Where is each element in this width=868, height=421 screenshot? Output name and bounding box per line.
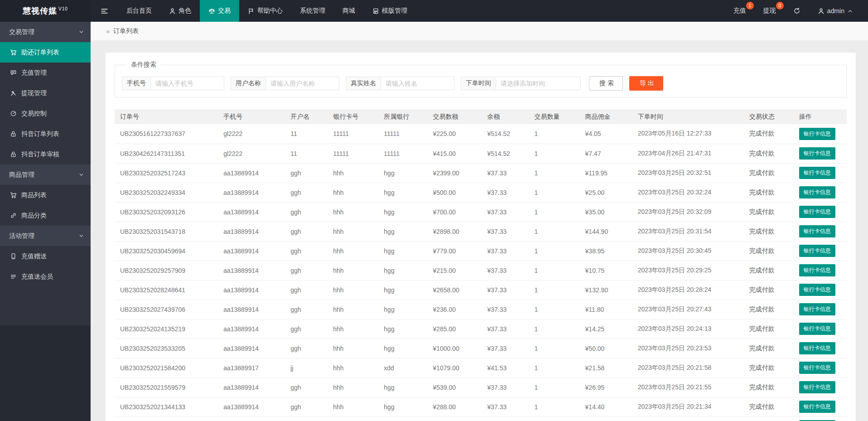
nav-item-2[interactable]: 角色 bbox=[160, 0, 200, 22]
data-cell: 1 bbox=[530, 377, 581, 397]
refresh-button[interactable] bbox=[785, 0, 809, 22]
data-cell: ¥37.33 bbox=[482, 163, 530, 183]
data-cell: 11111 bbox=[328, 124, 379, 144]
realname-input[interactable] bbox=[381, 77, 454, 90]
sidebar-item-交易控制[interactable]: 交易控制 bbox=[0, 103, 91, 124]
nav-right: 充值1提现0admin bbox=[725, 0, 868, 22]
data-cell: ¥10.75 bbox=[581, 261, 633, 280]
data-cell: aa13889914 bbox=[219, 163, 286, 183]
comment-icon bbox=[10, 69, 17, 76]
status-cell: 完成付款 bbox=[745, 144, 795, 163]
table-row: UB2303252021584200aa13889917jjhhhxdd¥107… bbox=[115, 358, 847, 377]
nav-item-6[interactable]: 商城 bbox=[334, 0, 364, 22]
phone-input[interactable] bbox=[150, 77, 224, 90]
data-cell: gl2222 bbox=[219, 124, 286, 144]
sidebar-item-助还订单列表[interactable]: 助还订单列表 bbox=[0, 42, 91, 63]
breadcrumb-icon: » bbox=[106, 27, 110, 35]
data-cell: ¥514.52 bbox=[482, 124, 530, 144]
data-cell: ggh bbox=[286, 397, 328, 416]
nav-item-5[interactable]: 系统管理 bbox=[291, 0, 334, 22]
sidebar-collapse-icon[interactable] bbox=[91, 0, 118, 22]
bank-info-button[interactable]: 银行卡信息 bbox=[799, 323, 835, 335]
bank-info-button[interactable]: 银行卡信息 bbox=[799, 342, 835, 354]
bank-info-button[interactable]: 银行卡信息 bbox=[799, 147, 835, 160]
bank-info-button[interactable]: 银行卡信息 bbox=[799, 167, 835, 179]
breadcrumb: » 订单列表 bbox=[91, 22, 868, 41]
sidebar-group-商品管理[interactable]: 商品管理 bbox=[0, 165, 91, 185]
main-content: » 订单列表 条件搜索 手机号用户名称真实姓名下单时间 搜索 导出 订单号手机号… bbox=[91, 22, 868, 421]
username-input[interactable] bbox=[265, 77, 339, 90]
column-header: 商品佣金 bbox=[581, 109, 633, 124]
data-cell: 2023年03月25日 20:31:54 bbox=[633, 222, 745, 241]
data-cell: ¥35.00 bbox=[581, 202, 633, 222]
export-button[interactable]: 导出 bbox=[629, 76, 663, 91]
data-cell: hgg bbox=[379, 397, 428, 416]
column-header: 手机号 bbox=[219, 109, 286, 124]
sidebar-item-充值送会员[interactable]: 充值送会员 bbox=[0, 266, 91, 287]
user-menu[interactable]: admin bbox=[809, 0, 862, 22]
rows-icon bbox=[10, 273, 17, 280]
chevron-down-icon bbox=[78, 172, 84, 178]
status-cell: 完成付款 bbox=[745, 241, 795, 261]
bank-info-button[interactable]: 银行卡信息 bbox=[799, 303, 835, 315]
data-cell: 2023年03月25日 20:28:24 bbox=[633, 280, 745, 300]
bank-info-button[interactable]: 银行卡信息 bbox=[799, 264, 835, 276]
data-cell: UB2303252027439706 bbox=[115, 300, 219, 319]
sidebar-item-商品分类[interactable]: 商品分类 bbox=[0, 205, 91, 226]
sidebar-group-交易管理[interactable]: 交易管理 bbox=[0, 22, 91, 42]
nav-shortcut-2[interactable]: 提现0 bbox=[755, 0, 785, 22]
chevron-down-icon bbox=[78, 233, 84, 239]
data-cell: ¥50.00 bbox=[581, 339, 633, 358]
status-cell: 完成付款 bbox=[745, 183, 795, 202]
bank-info-button[interactable]: 银行卡信息 bbox=[799, 362, 835, 374]
search-button[interactable]: 搜索 bbox=[589, 76, 623, 91]
bank-info-button[interactable]: 银行卡信息 bbox=[799, 128, 835, 140]
data-cell: aa13889914 bbox=[219, 300, 286, 319]
nav-item-3[interactable]: 交易 bbox=[200, 0, 239, 22]
status-cell: 完成付款 bbox=[745, 358, 795, 377]
sidebar-item-充值管理[interactable]: 充值管理 bbox=[0, 63, 91, 83]
nav-item-label: 商城 bbox=[342, 7, 355, 15]
sidebar-label: 充值管理 bbox=[21, 69, 47, 77]
data-cell: UB2303252028248641 bbox=[115, 280, 219, 300]
data-cell: 1 bbox=[530, 202, 581, 222]
data-cell: ¥37.33 bbox=[482, 339, 530, 358]
action-cell: 银行卡信息 bbox=[795, 144, 847, 163]
data-cell: UB2303252031543718 bbox=[115, 222, 219, 241]
data-cell: ¥500.00 bbox=[428, 183, 482, 202]
sidebar-item-充值赠送[interactable]: 充值赠送 bbox=[0, 246, 91, 266]
bank-info-button[interactable]: 银行卡信息 bbox=[799, 245, 835, 257]
data-cell: ¥285.00 bbox=[428, 319, 482, 339]
nav-item-4[interactable]: 帮助中心 bbox=[239, 0, 291, 22]
data-cell: ¥37.33 bbox=[482, 241, 530, 261]
brand-logo[interactable]: 慧视传媒 V10 bbox=[0, 0, 91, 22]
data-cell: UB2303252023533205 bbox=[115, 339, 219, 358]
orders-table: 订单号手机号开户名银行卡号所属银行交易数额余额交易数量商品佣金下单时间交易状态操… bbox=[115, 109, 847, 421]
data-cell: ¥688.00 bbox=[428, 416, 482, 421]
bank-info-button[interactable]: 银行卡信息 bbox=[799, 225, 835, 237]
bank-info-button[interactable]: 银行卡信息 bbox=[799, 186, 835, 198]
phone-icon bbox=[10, 253, 17, 260]
nav-item-7[interactable]: 模版管理 bbox=[364, 0, 416, 22]
data-cell: UB2303252032249334 bbox=[115, 183, 219, 202]
sidebar-item-商品列表[interactable]: 商品列表 bbox=[0, 185, 91, 205]
sidebar-item-抖音订单列表[interactable]: 抖音订单列表 bbox=[0, 124, 91, 144]
sidebar-item-抖音订单审核[interactable]: 抖音订单审核 bbox=[0, 144, 91, 165]
sidebar-item-提现管理[interactable]: 提现管理 bbox=[0, 83, 91, 103]
bank-info-button[interactable]: 银行卡信息 bbox=[799, 284, 835, 296]
data-cell: ggh bbox=[286, 163, 328, 183]
nav-item-1[interactable]: 后台首页 bbox=[118, 0, 160, 22]
data-cell: hgg bbox=[379, 300, 428, 319]
data-cell: 2023年03月25日 20:24:13 bbox=[633, 319, 745, 339]
status-cell: 完成付款 bbox=[745, 300, 795, 319]
order-time-input[interactable] bbox=[496, 77, 581, 90]
data-cell: ¥14.25 bbox=[581, 319, 633, 339]
nav-shortcut-1[interactable]: 充值1 bbox=[725, 0, 755, 22]
bank-info-button[interactable]: 银行卡信息 bbox=[799, 206, 835, 218]
data-cell: hhh bbox=[328, 280, 379, 300]
bank-info-button[interactable]: 银行卡信息 bbox=[799, 401, 835, 413]
sidebar-group-活动管理[interactable]: 活动管理 bbox=[0, 226, 91, 246]
data-cell: ¥2658.00 bbox=[428, 280, 482, 300]
data-cell: ¥41.53 bbox=[482, 416, 530, 421]
bank-info-button[interactable]: 银行卡信息 bbox=[799, 381, 835, 393]
